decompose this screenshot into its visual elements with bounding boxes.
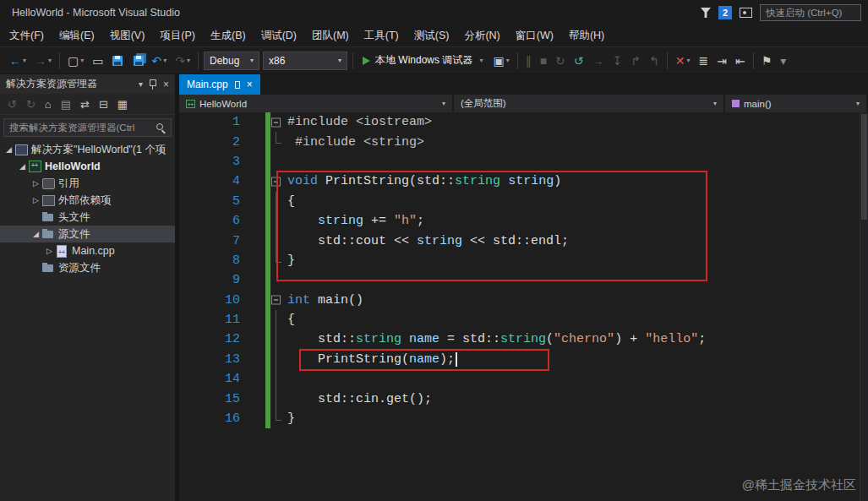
fold-margin[interactable] bbox=[270, 291, 287, 310]
solution-platform-select[interactable]: x86▾ bbox=[263, 52, 347, 70]
fold-margin[interactable] bbox=[270, 112, 287, 132]
tree-item-project-helloworld[interactable]: ◢HelloWorld bbox=[0, 158, 175, 175]
chevron-collapsed-icon[interactable]: ▷ bbox=[44, 247, 55, 255]
tab-main-cpp[interactable]: Main.cpp × bbox=[179, 74, 260, 95]
break-all-icon[interactable]: ∥ bbox=[521, 47, 536, 74]
menu-analyze[interactable]: 分析(N) bbox=[456, 25, 507, 46]
undo-icon[interactable]: ↶▾ bbox=[148, 47, 172, 74]
vertical-scrollbar[interactable] bbox=[860, 112, 868, 501]
breadcrumb-scope-dropdown[interactable]: (全局范围) ▾ bbox=[454, 95, 725, 112]
indent-icon[interactable]: ⇥ bbox=[712, 47, 731, 74]
show-next-statement-icon[interactable]: → bbox=[588, 47, 609, 74]
window-title: HelloWorld - Microsoft Visual Studio bbox=[12, 7, 180, 19]
step-out-icon[interactable]: ↰ bbox=[645, 47, 663, 74]
new-file-icon[interactable]: ▢▾ bbox=[63, 47, 88, 74]
home-icon[interactable]: ⌂ bbox=[45, 98, 52, 111]
tree-item-header-files[interactable]: 头文件 bbox=[0, 209, 175, 226]
redo-icon[interactable]: ↷▾ bbox=[171, 47, 194, 74]
toolbar-options-icon[interactable]: ▾ bbox=[776, 47, 790, 74]
pending-changes-filter-icon[interactable]: ▤ bbox=[61, 98, 71, 111]
menu-edit[interactable]: 编辑(E) bbox=[52, 25, 102, 46]
code-line-3[interactable]: 3 bbox=[179, 152, 868, 172]
chevron-expanded-icon[interactable]: ◢ bbox=[30, 230, 41, 238]
menu-window[interactable]: 窗口(W) bbox=[508, 25, 561, 46]
code-line-12[interactable]: 12 std::string name = std::string("chern… bbox=[179, 329, 868, 349]
apply-code-changes-icon[interactable]: ↺ bbox=[570, 47, 588, 74]
code-editor[interactable]: 1#include <iostream>2 #include <string>3… bbox=[179, 112, 868, 501]
back-circle-icon[interactable]: ↺ bbox=[8, 98, 17, 111]
code-line-11[interactable]: 11{ bbox=[179, 310, 868, 329]
menu-project[interactable]: 项目(P) bbox=[152, 25, 203, 46]
collapse-all-icon[interactable]: ⊟ bbox=[99, 98, 108, 111]
attach-process-icon[interactable]: ▣▾ bbox=[489, 47, 513, 74]
code-line-9[interactable]: 9 bbox=[179, 270, 868, 290]
solution-explorer-header[interactable]: 解决方案资源管理器 ▾ × bbox=[0, 74, 175, 94]
code-line-1[interactable]: 1#include <iostream> bbox=[179, 112, 868, 132]
open-file-icon[interactable]: ▭ bbox=[88, 47, 107, 74]
code-line-4[interactable]: 4void PrintString(std::string string) bbox=[179, 172, 868, 191]
menu-debug[interactable]: 调试(D) bbox=[254, 25, 304, 46]
chevron-down-icon: ▾ bbox=[713, 100, 717, 107]
code-line-8[interactable]: 8} bbox=[179, 251, 868, 270]
outdent-icon[interactable]: ⇤ bbox=[731, 47, 750, 74]
fold-margin[interactable] bbox=[270, 172, 287, 191]
save-all-icon[interactable] bbox=[127, 47, 148, 74]
start-debug-button[interactable]: 本地 Windows 调试器▾ bbox=[357, 47, 489, 74]
code-line-6[interactable]: 6 string += "h"; bbox=[179, 211, 868, 231]
code-line-10[interactable]: 10int main() bbox=[179, 291, 868, 310]
diagnostic-tool-icon[interactable]: ✕▾ bbox=[671, 47, 695, 74]
step-into-icon[interactable]: ↧ bbox=[609, 47, 627, 74]
menu-view[interactable]: 视图(V) bbox=[102, 25, 153, 46]
nav-back-icon[interactable]: ←▾ bbox=[5, 47, 30, 74]
menu-team[interactable]: 团队(M) bbox=[304, 25, 357, 46]
feedback-icon[interactable] bbox=[740, 8, 752, 18]
code-line-15[interactable]: 15 std::cin.get(); bbox=[179, 389, 868, 408]
save-icon[interactable] bbox=[108, 47, 127, 74]
fold-margin bbox=[270, 329, 287, 349]
tree-item-solution[interactable]: ◢解决方案"HelloWorld"(1 个项 bbox=[0, 141, 175, 158]
chevron-expanded-icon[interactable]: ◢ bbox=[3, 145, 14, 154]
stop-debug-icon[interactable]: ■ bbox=[536, 47, 551, 74]
bookmark-icon[interactable]: ⚑ bbox=[757, 47, 777, 74]
step-over-icon[interactable]: ↱ bbox=[626, 47, 645, 74]
close-icon[interactable]: × bbox=[247, 79, 253, 90]
tree-item-resource-files[interactable]: 资源文件 bbox=[0, 259, 175, 276]
code-line-7[interactable]: 7 std::cout << string << std::endl; bbox=[179, 231, 868, 250]
quick-launch-input[interactable]: 快速启动 (Ctrl+Q) bbox=[760, 4, 861, 21]
chevron-down-icon[interactable]: ▾ bbox=[139, 79, 143, 89]
code-line-5[interactable]: 5{ bbox=[179, 192, 868, 211]
code-line-13[interactable]: 13 PrintString(name); bbox=[179, 350, 868, 369]
tree-item-external-dependencies[interactable]: ▷外部依赖项 bbox=[0, 192, 175, 209]
properties-icon[interactable]: ▦ bbox=[117, 98, 128, 111]
menu-build[interactable]: 生成(B) bbox=[203, 25, 254, 46]
close-icon[interactable]: × bbox=[163, 79, 169, 90]
code-line-14[interactable]: 14 bbox=[179, 369, 868, 389]
pin-icon[interactable] bbox=[150, 79, 156, 90]
line-tools-icon[interactable]: ≣ bbox=[695, 47, 713, 74]
menu-tools[interactable]: 工具(T) bbox=[357, 25, 407, 46]
sync-with-active-document-icon[interactable]: ⇄ bbox=[80, 98, 90, 111]
scrollbar-thumb[interactable] bbox=[861, 114, 867, 220]
nav-forward-icon[interactable]: →▾ bbox=[30, 47, 56, 74]
tree-item-source-files[interactable]: ◢源文件 bbox=[0, 226, 175, 242]
tree-item-main-cpp[interactable]: ▷Main.cpp bbox=[0, 242, 175, 259]
search-input[interactable]: 搜索解决方案资源管理器(Ctrl bbox=[3, 118, 172, 137]
menu-file[interactable]: 文件(F) bbox=[2, 25, 52, 46]
pin-icon[interactable] bbox=[235, 81, 240, 89]
breadcrumb-member-dropdown[interactable]: main() ▾ bbox=[725, 95, 868, 112]
notification-badge[interactable]: 2 bbox=[718, 6, 732, 19]
restart-icon[interactable]: ↻ bbox=[551, 47, 570, 74]
code-line-16[interactable]: 16} bbox=[179, 409, 868, 428]
search-icon[interactable] bbox=[156, 123, 166, 133]
menu-test[interactable]: 测试(S) bbox=[407, 25, 457, 46]
menu-help[interactable]: 帮助(H) bbox=[561, 25, 612, 46]
solution-config-select[interactable]: Debug▾ bbox=[204, 52, 259, 70]
chevron-collapsed-icon[interactable]: ▷ bbox=[30, 179, 41, 188]
breadcrumb-project-dropdown[interactable]: ++ HelloWorld ▾ bbox=[179, 95, 454, 112]
filter-icon[interactable] bbox=[701, 8, 711, 18]
tree-item-references[interactable]: ▷引用 bbox=[0, 175, 175, 192]
chevron-expanded-icon[interactable]: ◢ bbox=[17, 162, 28, 171]
code-line-2[interactable]: 2 #include <string> bbox=[179, 132, 868, 151]
chevron-collapsed-icon[interactable]: ▷ bbox=[30, 196, 41, 204]
forward-circle-icon[interactable]: ↻ bbox=[26, 98, 35, 111]
